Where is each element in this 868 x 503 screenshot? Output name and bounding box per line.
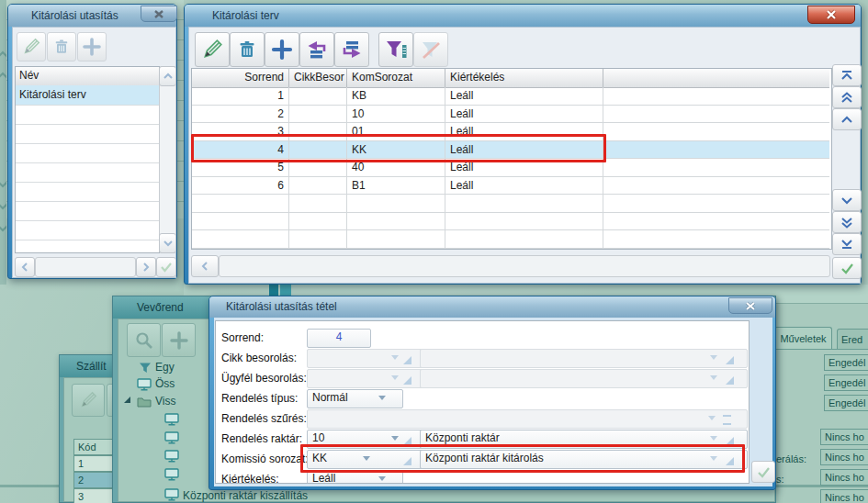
list-item[interactable]	[16, 240, 159, 253]
move-in-button[interactable]	[299, 32, 334, 67]
cikk-besorolas-name-field[interactable]	[420, 349, 748, 368]
delete-button[interactable]	[47, 32, 76, 61]
table-row[interactable]	[192, 230, 829, 249]
list-item[interactable]	[16, 220, 159, 240]
dropdown-arrow-icon[interactable]	[378, 476, 386, 481]
horizontal-scrollbar[interactable]	[219, 255, 830, 277]
list-header[interactable]: Név	[16, 67, 160, 86]
rendeles-szures-field[interactable]	[307, 409, 748, 429]
scroll-up-button[interactable]	[159, 66, 176, 86]
tree-expander-icon[interactable]	[124, 397, 130, 403]
column-header[interactable]: KomSorozat	[347, 69, 445, 87]
search-button[interactable]	[127, 323, 161, 357]
column-header[interactable]: Kiértékelés	[445, 69, 603, 87]
tree-item[interactable]: Viss	[155, 395, 175, 408]
cell-empty[interactable]	[603, 213, 829, 231]
dropdown-arrow-icon[interactable]	[391, 355, 399, 360]
cell-empty[interactable]	[289, 213, 347, 231]
list-item[interactable]	[16, 143, 159, 163]
lookup-triangle-icon[interactable]	[726, 356, 734, 364]
dropdown-arrow-icon[interactable]	[708, 416, 716, 420]
cell-empty[interactable]	[289, 230, 347, 249]
engedel-button[interactable]: Engedél	[824, 354, 868, 371]
vertical-scrollbar[interactable]	[159, 66, 176, 253]
cell-kiertekeles[interactable]: Leáll	[445, 106, 603, 124]
cell-empty[interactable]	[603, 159, 829, 177]
scroll-down-button[interactable]	[159, 233, 176, 253]
close-button[interactable]	[728, 297, 772, 314]
confirm-button[interactable]	[156, 257, 176, 277]
dropdown-arrow-icon[interactable]	[710, 375, 717, 380]
cell-empty[interactable]	[347, 213, 445, 231]
confirm-button[interactable]	[751, 461, 775, 483]
table-row[interactable]: 6B1Leáll	[192, 177, 829, 196]
cell-cikkbesor[interactable]	[289, 177, 347, 196]
list-item[interactable]	[16, 124, 159, 144]
nincs-field[interactable]: Nincs ho	[820, 449, 868, 465]
nincs-field[interactable]: Nincs ho	[820, 489, 868, 503]
dropdown-arrow-icon[interactable]	[391, 375, 399, 380]
list-item[interactable]	[16, 201, 159, 221]
table-row[interactable]	[192, 195, 829, 213]
list-item[interactable]: Kitárolási terv	[16, 85, 159, 106]
page-up-button[interactable]	[832, 86, 862, 108]
edit-button[interactable]	[72, 384, 105, 417]
sorrend-input[interactable]: 4	[307, 329, 371, 348]
cell-empty[interactable]	[603, 123, 829, 141]
dropdown-arrow-icon[interactable]	[710, 355, 717, 360]
delete-button[interactable]	[230, 32, 265, 67]
tab-ered[interactable]: Ered	[837, 329, 868, 350]
add-button[interactable]	[77, 32, 107, 61]
goto-last-button[interactable]	[832, 233, 862, 255]
rendeles-tipus-combo[interactable]: Normál	[307, 389, 403, 408]
cell-kiertekeles[interactable]: Leáll	[445, 87, 603, 106]
dropdown-arrow-icon[interactable]	[391, 436, 399, 441]
cell-empty[interactable]	[445, 230, 603, 249]
cell-sorrend[interactable]: 2	[192, 106, 289, 124]
cell-empty[interactable]	[192, 213, 289, 231]
filter-button[interactable]	[378, 32, 413, 67]
equals-icon[interactable]	[723, 415, 731, 425]
ugyfel-besorolas-name-field[interactable]	[420, 369, 748, 388]
cell-sorrend[interactable]: 6	[192, 177, 289, 196]
nincs-field[interactable]: Nincs ho	[820, 469, 868, 486]
row-down-button[interactable]	[832, 189, 862, 211]
cell-empty[interactable]	[192, 195, 289, 213]
edit-button[interactable]	[195, 32, 230, 67]
dropdown-arrow-icon[interactable]	[378, 396, 386, 400]
close-button[interactable]	[141, 6, 177, 22]
cell-empty[interactable]	[603, 230, 829, 249]
cell-kiertekeles[interactable]: Leáll	[445, 177, 603, 196]
cell-cikkbesor[interactable]	[289, 87, 347, 106]
cell-empty[interactable]	[289, 195, 347, 213]
cell-empty[interactable]	[603, 87, 829, 106]
move-out-button[interactable]	[334, 32, 369, 67]
confirm-button[interactable]	[832, 257, 862, 279]
cell-empty[interactable]	[603, 141, 829, 160]
scroll-left-button[interactable]	[191, 255, 219, 277]
page-down-button[interactable]	[832, 211, 862, 233]
engedel-button[interactable]: Engedél	[824, 374, 868, 391]
column-header[interactable]: Sorrend	[192, 69, 289, 87]
cell-komsorozat[interactable]: B1	[347, 177, 445, 196]
dropdown-arrow-icon[interactable]	[710, 436, 717, 441]
lookup-triangle-icon[interactable]	[403, 356, 411, 364]
list-item[interactable]	[16, 182, 159, 202]
cell-empty[interactable]	[603, 177, 829, 196]
cell-empty[interactable]	[347, 195, 445, 213]
goto-first-button[interactable]	[832, 64, 862, 86]
table-header-row[interactable]: Sorrend CikkBesor KomSorozat Kiértékelés	[192, 69, 829, 88]
edit-button[interactable]	[17, 32, 46, 61]
cell-komsorozat[interactable]: 10	[347, 106, 445, 124]
column-header[interactable]	[603, 69, 829, 87]
cell-empty[interactable]	[192, 230, 289, 249]
table-row[interactable]: 1KBLeáll	[192, 87, 829, 106]
scroll-left-button[interactable]	[15, 257, 35, 277]
horizontal-scrollbar[interactable]	[35, 257, 136, 277]
engedel-button[interactable]: Engedél	[824, 395, 868, 411]
table-row[interactable]: 210Leáll	[192, 106, 829, 124]
lookup-triangle-icon[interactable]	[726, 376, 734, 385]
cell-empty[interactable]	[347, 230, 445, 249]
clear-filter-button[interactable]	[413, 32, 448, 67]
table-row[interactable]	[192, 213, 829, 231]
